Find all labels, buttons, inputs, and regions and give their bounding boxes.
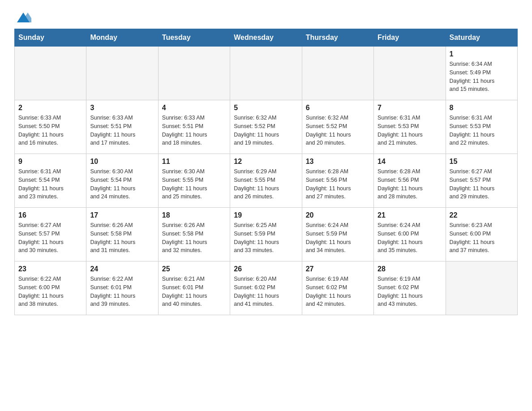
day-number: 28: [378, 265, 442, 273]
day-number: 9: [18, 158, 82, 166]
day-info: Sunrise: 6:33 AMSunset: 5:50 PMDaylight:…: [18, 114, 82, 147]
day-info: Sunrise: 6:30 AMSunset: 5:54 PMDaylight:…: [90, 167, 154, 201]
day-number: 1: [450, 50, 514, 58]
calendar-cell: 23Sunrise: 6:22 AMSunset: 6:00 PMDayligh…: [15, 261, 86, 315]
calendar-cell: 28Sunrise: 6:19 AMSunset: 6:02 PMDayligh…: [374, 261, 446, 315]
day-number: 16: [18, 211, 82, 219]
day-info: Sunrise: 6:22 AMSunset: 6:00 PMDaylight:…: [18, 275, 82, 308]
calendar-cell: [86, 47, 158, 100]
weekday-header-row: SundayMondayTuesdayWednesdayThursdayFrid…: [15, 29, 518, 47]
calendar-cell: 25Sunrise: 6:21 AMSunset: 6:01 PMDayligh…: [158, 261, 230, 315]
day-number: 19: [234, 211, 298, 219]
day-info: Sunrise: 6:27 AMSunset: 5:57 PMDaylight:…: [18, 221, 82, 255]
calendar-cell: 13Sunrise: 6:28 AMSunset: 5:56 PMDayligh…: [302, 154, 373, 208]
day-number: 8: [450, 104, 514, 112]
calendar-cell: 12Sunrise: 6:29 AMSunset: 5:55 PMDayligh…: [230, 154, 302, 208]
day-info: Sunrise: 6:22 AMSunset: 6:01 PMDaylight:…: [90, 275, 154, 308]
day-info: Sunrise: 6:24 AMSunset: 6:00 PMDaylight:…: [378, 221, 442, 255]
calendar-cell: [374, 47, 446, 100]
calendar-cell: 19Sunrise: 6:25 AMSunset: 5:59 PMDayligh…: [230, 208, 302, 261]
calendar-cell: 15Sunrise: 6:27 AMSunset: 5:57 PMDayligh…: [446, 154, 517, 208]
day-info: Sunrise: 6:26 AMSunset: 5:58 PMDaylight:…: [162, 221, 226, 255]
calendar-cell: 7Sunrise: 6:31 AMSunset: 5:53 PMDaylight…: [374, 100, 446, 154]
day-info: Sunrise: 6:33 AMSunset: 5:51 PMDaylight:…: [162, 114, 226, 147]
weekday-header-monday: Monday: [86, 29, 158, 47]
day-info: Sunrise: 6:27 AMSunset: 5:57 PMDaylight:…: [450, 167, 514, 201]
weekday-header-friday: Friday: [374, 29, 446, 47]
day-info: Sunrise: 6:32 AMSunset: 5:52 PMDaylight:…: [306, 114, 370, 147]
day-info: Sunrise: 6:19 AMSunset: 6:02 PMDaylight:…: [306, 275, 370, 308]
logo-icon: [15, 11, 31, 23]
day-info: Sunrise: 6:24 AMSunset: 5:59 PMDaylight:…: [306, 221, 370, 255]
calendar-cell: 24Sunrise: 6:22 AMSunset: 6:01 PMDayligh…: [86, 261, 158, 315]
day-info: Sunrise: 6:28 AMSunset: 5:56 PMDaylight:…: [306, 167, 370, 201]
day-number: 13: [306, 158, 370, 166]
day-number: 24: [90, 265, 154, 273]
day-number: 22: [450, 211, 514, 219]
calendar-cell: 8Sunrise: 6:31 AMSunset: 5:53 PMDaylight…: [446, 100, 517, 154]
logo: [14, 11, 32, 23]
calendar-wrapper: SundayMondayTuesdayWednesdayThursdayFrid…: [0, 29, 532, 330]
calendar-cell: 11Sunrise: 6:30 AMSunset: 5:55 PMDayligh…: [158, 154, 230, 208]
day-info: Sunrise: 6:32 AMSunset: 5:52 PMDaylight:…: [234, 114, 298, 147]
calendar-cell: 4Sunrise: 6:33 AMSunset: 5:51 PMDaylight…: [158, 100, 230, 154]
calendar-cell: 27Sunrise: 6:19 AMSunset: 6:02 PMDayligh…: [302, 261, 373, 315]
day-info: Sunrise: 6:28 AMSunset: 5:56 PMDaylight:…: [378, 167, 442, 201]
calendar-cell: 26Sunrise: 6:20 AMSunset: 6:02 PMDayligh…: [230, 261, 302, 315]
calendar-cell: [302, 47, 373, 100]
day-info: Sunrise: 6:33 AMSunset: 5:51 PMDaylight:…: [90, 114, 154, 147]
day-info: Sunrise: 6:31 AMSunset: 5:54 PMDaylight:…: [18, 167, 82, 201]
calendar-cell: 6Sunrise: 6:32 AMSunset: 5:52 PMDaylight…: [302, 100, 373, 154]
day-number: 12: [234, 158, 298, 166]
calendar-cell: 9Sunrise: 6:31 AMSunset: 5:54 PMDaylight…: [15, 154, 86, 208]
calendar-cell: 14Sunrise: 6:28 AMSunset: 5:56 PMDayligh…: [374, 154, 446, 208]
day-number: 6: [306, 104, 370, 112]
calendar-week-row: 9Sunrise: 6:31 AMSunset: 5:54 PMDaylight…: [15, 154, 518, 208]
day-info: Sunrise: 6:31 AMSunset: 5:53 PMDaylight:…: [450, 114, 514, 147]
day-number: 27: [306, 265, 370, 273]
calendar-week-row: 2Sunrise: 6:33 AMSunset: 5:50 PMDaylight…: [15, 100, 518, 154]
calendar-cell: 18Sunrise: 6:26 AMSunset: 5:58 PMDayligh…: [158, 208, 230, 261]
day-number: 23: [18, 265, 82, 273]
calendar-cell: 1Sunrise: 6:34 AMSunset: 5:49 PMDaylight…: [446, 47, 517, 100]
weekday-header-thursday: Thursday: [302, 29, 373, 47]
page-header: [0, 0, 532, 29]
calendar-week-row: 16Sunrise: 6:27 AMSunset: 5:57 PMDayligh…: [15, 208, 518, 261]
day-info: Sunrise: 6:29 AMSunset: 5:55 PMDaylight:…: [234, 167, 298, 201]
day-info: Sunrise: 6:21 AMSunset: 6:01 PMDaylight:…: [162, 275, 226, 308]
calendar-cell: 20Sunrise: 6:24 AMSunset: 5:59 PMDayligh…: [302, 208, 373, 261]
day-info: Sunrise: 6:34 AMSunset: 5:49 PMDaylight:…: [450, 60, 514, 94]
day-info: Sunrise: 6:23 AMSunset: 6:00 PMDaylight:…: [450, 221, 514, 255]
calendar-cell: 17Sunrise: 6:26 AMSunset: 5:58 PMDayligh…: [86, 208, 158, 261]
calendar-cell: 3Sunrise: 6:33 AMSunset: 5:51 PMDaylight…: [86, 100, 158, 154]
weekday-header-tuesday: Tuesday: [158, 29, 230, 47]
day-number: 15: [450, 158, 514, 166]
day-number: 21: [378, 211, 442, 219]
day-number: 7: [378, 104, 442, 112]
day-info: Sunrise: 6:25 AMSunset: 5:59 PMDaylight:…: [234, 221, 298, 255]
calendar-cell: [230, 47, 302, 100]
calendar-cell: 22Sunrise: 6:23 AMSunset: 6:00 PMDayligh…: [446, 208, 517, 261]
weekday-header-wednesday: Wednesday: [230, 29, 302, 47]
day-info: Sunrise: 6:20 AMSunset: 6:02 PMDaylight:…: [234, 275, 298, 308]
day-number: 11: [162, 158, 226, 166]
day-number: 14: [378, 158, 442, 166]
day-number: 17: [90, 211, 154, 219]
day-number: 2: [18, 104, 82, 112]
day-number: 3: [90, 104, 154, 112]
day-info: Sunrise: 6:31 AMSunset: 5:53 PMDaylight:…: [378, 114, 442, 147]
day-info: Sunrise: 6:30 AMSunset: 5:55 PMDaylight:…: [162, 167, 226, 201]
day-number: 18: [162, 211, 226, 219]
weekday-header-sunday: Sunday: [15, 29, 86, 47]
calendar-week-row: 23Sunrise: 6:22 AMSunset: 6:00 PMDayligh…: [15, 261, 518, 315]
weekday-header-saturday: Saturday: [446, 29, 517, 47]
calendar-cell: [15, 47, 86, 100]
calendar-cell: 16Sunrise: 6:27 AMSunset: 5:57 PMDayligh…: [15, 208, 86, 261]
calendar-cell: [158, 47, 230, 100]
day-number: 5: [234, 104, 298, 112]
day-number: 25: [162, 265, 226, 273]
day-info: Sunrise: 6:26 AMSunset: 5:58 PMDaylight:…: [90, 221, 154, 255]
calendar-cell: 10Sunrise: 6:30 AMSunset: 5:54 PMDayligh…: [86, 154, 158, 208]
calendar-cell: 21Sunrise: 6:24 AMSunset: 6:00 PMDayligh…: [374, 208, 446, 261]
calendar-cell: [446, 261, 517, 315]
